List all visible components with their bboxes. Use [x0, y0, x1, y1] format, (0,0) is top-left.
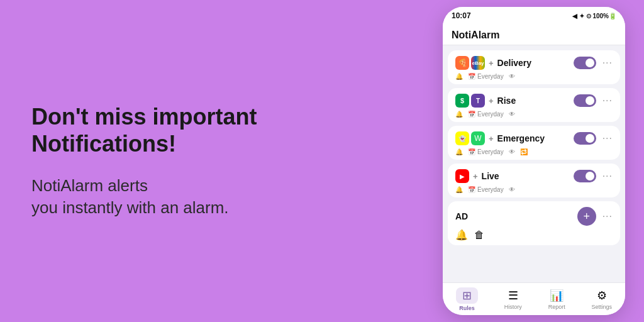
history-icon: ☰	[508, 289, 518, 303]
app-icon-youtube: ▶	[455, 169, 469, 183]
subtext: NotiAlarm alertsyou instantly with an al…	[31, 175, 399, 219]
nav-report-label: Report	[548, 304, 565, 310]
app-icon-whatsapp: W	[471, 131, 485, 145]
rule-plus: +	[489, 58, 494, 68]
rule-bottom-rise: 🔔 📅 Everyday 👁	[455, 111, 613, 118]
bottom-nav: ⊞ Rules ☰ History 📊 Report ⚙ Settings	[443, 282, 625, 315]
rule-bottom-delivery: 🔔 📅 Everyday 👁	[455, 73, 613, 80]
add-rule-button[interactable]: +	[577, 207, 596, 226]
app-icon-snap: 👻	[455, 131, 469, 145]
nav-history-label: History	[504, 304, 522, 310]
rule-extra-tag-em: 🔁	[520, 148, 528, 155]
nav-settings-label: Settings	[592, 304, 613, 310]
settings-icon: ⚙	[597, 289, 607, 303]
rule-app-icons: 🍕 eBay	[455, 56, 485, 70]
rule-eye-tag-live: 👁	[509, 186, 515, 193]
rule-more-emergency[interactable]: ···	[602, 133, 613, 144]
rule-app-icons-rise: $ T	[455, 94, 485, 108]
app-icon-ebay: eBay	[471, 56, 485, 70]
nav-history[interactable]: ☰ History	[504, 289, 522, 310]
rule-eye-tag: 👁	[509, 73, 515, 80]
ad-label: AD	[455, 211, 468, 221]
rule-plus-emergency: +	[489, 134, 494, 143]
rule-schedule-tag-em: 📅 Everyday	[468, 148, 504, 155]
ad-icon-trash: 🗑	[474, 230, 484, 241]
right-panel: 10:07 ◀ ✦ ⊙ 100%🔋 NotiAlarm 🍕 eBay + Del…	[430, 0, 644, 322]
rule-card-delivery: 🍕 eBay + Delivery ··· 🔔 📅 Everyday 👁	[448, 50, 620, 84]
rule-alarm-tag-em: 🔔	[455, 148, 463, 155]
rule-name-live: Live	[482, 171, 570, 181]
nav-report[interactable]: 📊 Report	[548, 289, 565, 310]
rule-alarm-tag: 🔔	[455, 73, 463, 80]
app-icon-dollar: $	[455, 94, 469, 108]
rule-bottom-emergency: 🔔 📅 Everyday 👁 🔁	[455, 148, 613, 155]
rule-more-delivery[interactable]: ···	[602, 57, 613, 69]
rule-alarm-tag-rise: 🔔	[455, 111, 463, 118]
ad-bottom: 🔔 🗑	[455, 229, 613, 241]
rule-schedule-tag-live: 📅 Everyday	[468, 186, 504, 193]
app-icon-pizza: 🍕	[455, 56, 469, 70]
rule-eye-tag-rise: 👁	[509, 111, 515, 118]
rule-name-rise: Rise	[497, 96, 570, 106]
nav-rules-label: Rules	[459, 305, 475, 311]
app-header: NotiAlarm	[443, 25, 625, 45]
rule-card-live: ▶ + Live ··· 🔔 📅 Everyday 👁	[448, 164, 620, 197]
rule-schedule-tag-rise: 📅 Everyday	[468, 111, 504, 118]
rule-schedule-tag: 📅 Everyday	[468, 73, 504, 80]
report-icon: 📊	[550, 289, 564, 303]
status-bar: 10:07 ◀ ✦ ⊙ 100%🔋	[443, 7, 625, 25]
app-icon-twitch: T	[471, 94, 485, 108]
nav-rules[interactable]: ⊞ Rules	[456, 287, 478, 311]
scroll-area[interactable]: 🍕 eBay + Delivery ··· 🔔 📅 Everyday 👁	[443, 45, 625, 282]
rule-more-live[interactable]: ···	[602, 170, 613, 182]
status-time: 10:07	[452, 11, 471, 20]
ad-icon-bell: 🔔	[455, 229, 468, 241]
rule-app-icons-live: ▶	[455, 169, 469, 183]
status-icons: ◀ ✦ ⊙ 100%🔋	[572, 13, 616, 19]
ad-card: AD + ··· 🔔 🗑	[448, 201, 620, 245]
rule-name-delivery: Delivery	[497, 58, 570, 68]
rules-icon: ⊞	[462, 289, 472, 303]
rule-toggle-rise[interactable]	[574, 94, 596, 107]
left-panel: Don't miss importantNotifications! NotiA…	[0, 0, 430, 322]
rule-eye-tag-em: 👁	[509, 148, 515, 155]
rule-toggle-emergency[interactable]	[574, 132, 596, 145]
app-title: NotiAlarm	[452, 30, 499, 40]
rule-bottom-live: 🔔 📅 Everyday 👁	[455, 186, 613, 193]
rule-card-rise: $ T + Rise ··· 🔔 📅 Everyday 👁	[448, 88, 620, 122]
rule-app-icons-emergency: 👻 W	[455, 131, 485, 145]
rule-more-rise[interactable]: ···	[602, 95, 613, 106]
rule-toggle-delivery[interactable]	[574, 57, 596, 69]
rule-plus-rise: +	[489, 96, 494, 106]
rule-toggle-live[interactable]	[574, 170, 596, 182]
nav-settings[interactable]: ⚙ Settings	[592, 289, 613, 310]
headline: Don't miss importantNotifications!	[31, 103, 399, 157]
phone-mockup: 10:07 ◀ ✦ ⊙ 100%🔋 NotiAlarm 🍕 eBay + Del…	[443, 7, 625, 315]
rule-plus-live: +	[473, 172, 478, 181]
rule-card-emergency: 👻 W + Emergency ··· 🔔 📅 Everyday 👁 🔁	[448, 126, 620, 160]
ad-more[interactable]: ···	[602, 211, 613, 222]
rule-alarm-tag-live: 🔔	[455, 186, 463, 193]
rule-name-emergency: Emergency	[497, 133, 570, 143]
